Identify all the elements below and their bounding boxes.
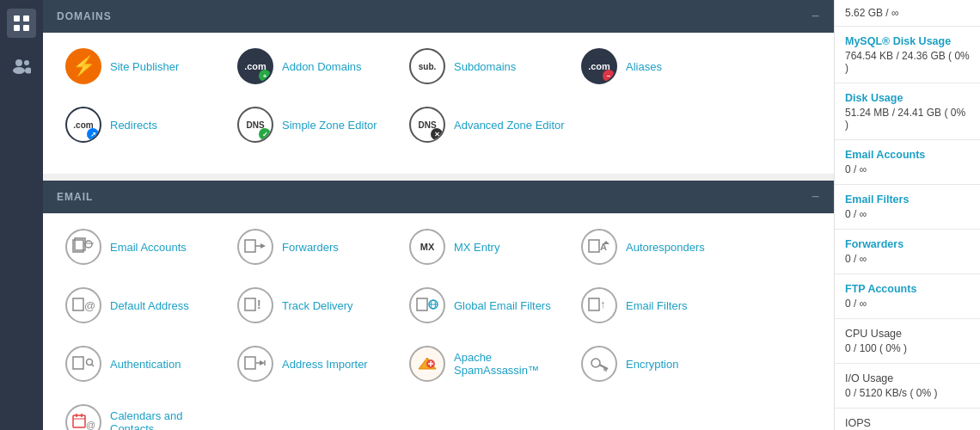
- svg-point-39: [591, 359, 600, 367]
- autoresponders-icon: A: [581, 229, 617, 265]
- svg-point-7: [25, 68, 31, 74]
- apache-spamassassin-item[interactable]: Apache SpamAssassin™: [404, 342, 576, 385]
- forwarders-section: Forwarders 0 / ∞: [835, 230, 980, 274]
- email-section-body: Email Accounts Forwarders MX MX E: [43, 213, 834, 430]
- svg-rect-2: [14, 25, 20, 31]
- advanced-zone-editor-icon: DNS ✕: [409, 107, 445, 143]
- site-publisher-item[interactable]: ⚡ Site Publisher: [60, 45, 232, 88]
- redirects-label: Redirects: [110, 119, 157, 132]
- svg-point-4: [15, 59, 22, 66]
- svg-marker-28: [73, 357, 83, 369]
- calendars-contacts-icon: @: [65, 404, 101, 430]
- encryption-item[interactable]: Encryption: [576, 342, 748, 385]
- calendars-contacts-label: Calendars and Contacts: [110, 409, 227, 430]
- email-collapse-icon[interactable]: −: [812, 189, 820, 205]
- io-usage-value: 0 / 5120 KB/s ( 0% ): [845, 387, 970, 399]
- default-address-svg: @: [72, 296, 95, 315]
- email-section: EMAIL − Email Accounts: [43, 181, 834, 430]
- email-filters-right-title: Email Filters: [845, 194, 970, 206]
- email-filters-section: Email Filters 0 / ∞: [835, 185, 980, 230]
- track-delivery-item[interactable]: ! Track Delivery: [232, 284, 404, 327]
- svg-text:@: @: [84, 299, 95, 312]
- sidebar-icon-users[interactable]: [7, 52, 36, 81]
- site-publisher-label: Site Publisher: [110, 60, 179, 73]
- cpu-usage-value: 0 / 100 ( 0% ): [845, 342, 970, 354]
- autoresponders-item[interactable]: A Autoresponders: [576, 225, 748, 268]
- svg-point-10: [85, 241, 92, 248]
- svg-marker-31: [245, 357, 255, 369]
- simple-zone-editor-label: Simple Zone Editor: [282, 119, 377, 132]
- domains-section-header[interactable]: DOMAINS −: [43, 0, 834, 33]
- address-importer-label: Address Importer: [282, 358, 368, 371]
- simple-zone-editor-item[interactable]: DNS ✓ Simple Zone Editor: [232, 103, 404, 146]
- advanced-zone-editor-item[interactable]: DNS ✕ Advanced Zone Editor: [404, 103, 576, 146]
- global-email-filters-item[interactable]: Global Email Filters: [404, 284, 576, 327]
- address-importer-icon: [237, 346, 273, 382]
- svg-marker-26: [589, 298, 599, 310]
- autoresponders-svg: A: [588, 237, 610, 256]
- svg-marker-22: [417, 298, 427, 310]
- site-publisher-icon: ⚡: [65, 48, 101, 84]
- default-address-label: Default Address: [110, 299, 189, 312]
- email-accounts-icon: [65, 229, 101, 265]
- address-importer-svg: [244, 354, 266, 373]
- authentication-label: Authentication: [110, 358, 181, 371]
- calendars-contacts-item[interactable]: @ Calendars and Contacts: [60, 401, 232, 430]
- redirects-badge: ↗: [87, 128, 99, 140]
- io-usage-section: I/O Usage 0 / 5120 KB/s ( 0% ): [835, 364, 980, 408]
- email-accounts-svg: [71, 236, 95, 257]
- ftp-accounts-section: FTP Accounts 0 / ∞: [835, 274, 980, 319]
- aliases-badge: −: [603, 70, 615, 82]
- default-address-item[interactable]: @ Default Address: [60, 284, 232, 327]
- track-delivery-label: Track Delivery: [282, 299, 353, 312]
- svg-rect-0: [14, 15, 20, 22]
- default-address-icon: @: [65, 287, 101, 323]
- email-filters-item[interactable]: ↑ Email Filters: [576, 284, 748, 327]
- email-filters-label: Email Filters: [626, 299, 688, 312]
- authentication-item[interactable]: Authentication: [60, 342, 232, 385]
- forwarders-item[interactable]: Forwarders: [232, 225, 404, 268]
- mysql-disk-usage-value: 764.54 KB / 24.36 GB ( 0% ): [845, 50, 970, 74]
- sidebar-icon-grid[interactable]: [7, 9, 36, 38]
- addon-domains-label: Addon Domains: [282, 60, 362, 73]
- subdomains-item[interactable]: sub. Subdomains: [404, 45, 576, 88]
- disk-usage-title: Disk Usage: [845, 92, 970, 104]
- mx-entry-label: MX Entry: [454, 241, 499, 254]
- domains-section-title: DOMAINS: [57, 10, 112, 22]
- email-accounts-section: Email Accounts 0 / ∞: [835, 140, 980, 185]
- encryption-svg: [589, 354, 609, 373]
- calendars-contacts-svg: @: [71, 412, 95, 430]
- addon-domains-item[interactable]: .com + Addon Domains: [232, 45, 404, 88]
- address-importer-item[interactable]: Address Importer: [232, 342, 404, 385]
- redirects-item[interactable]: .com ↗ Redirects: [60, 103, 232, 146]
- io-usage-title: I/O Usage: [845, 372, 970, 384]
- svg-point-6: [24, 60, 29, 65]
- email-section-title: EMAIL: [57, 191, 93, 203]
- top-disk-value: 5.62 GB / ∞: [835, 0, 980, 27]
- aliases-label: Aliases: [626, 60, 662, 73]
- mx-entry-item[interactable]: MX MX Entry: [404, 225, 576, 268]
- email-filters-icon: ↑: [581, 287, 617, 323]
- email-accounts-title: Email Accounts: [845, 149, 970, 161]
- svg-point-5: [13, 67, 25, 74]
- svg-rect-43: [73, 415, 85, 427]
- spamassassin-svg: [415, 353, 439, 374]
- domains-collapse-icon[interactable]: −: [812, 9, 820, 24]
- svg-point-29: [87, 359, 93, 366]
- forwarders-right-value: 0 / ∞: [845, 253, 970, 265]
- svg-text:!: !: [257, 298, 261, 311]
- simple-zone-badge: ✓: [259, 128, 271, 140]
- advanced-zone-badge: ✕: [431, 128, 443, 140]
- aliases-item[interactable]: .com − Aliases: [576, 45, 748, 88]
- svg-marker-33: [260, 360, 265, 366]
- addon-domains-icon: .com +: [237, 48, 273, 84]
- svg-rect-3: [23, 25, 29, 31]
- simple-zone-editor-icon: DNS ✓: [237, 107, 273, 143]
- grid-icon: [13, 15, 30, 32]
- ftp-accounts-value: 0 / ∞: [845, 298, 970, 310]
- email-section-header[interactable]: EMAIL −: [43, 181, 834, 213]
- svg-marker-12: [245, 240, 255, 252]
- forwarders-icon: [237, 229, 273, 265]
- email-accounts-item[interactable]: Email Accounts: [60, 225, 232, 268]
- autoresponders-label: Autoresponders: [626, 241, 705, 254]
